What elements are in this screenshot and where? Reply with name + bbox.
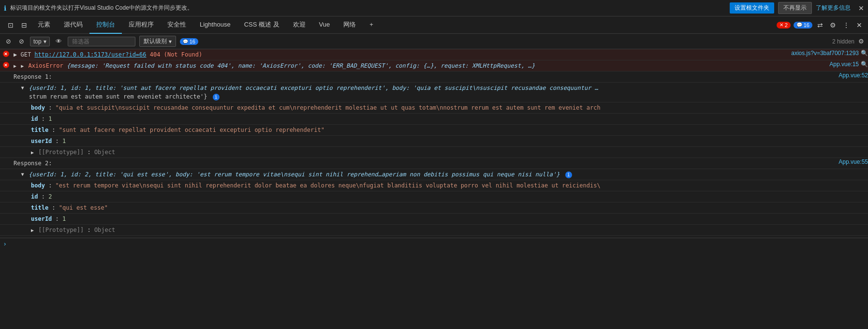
- error-icon-area-2: ✕: [0, 61, 12, 68]
- response1-userid-key: userId: [31, 138, 52, 144]
- close-info-icon[interactable]: ✕: [858, 4, 864, 12]
- response1-body-colon: :: [48, 104, 55, 111]
- inline-msg-badge[interactable]: 💬 16: [180, 38, 198, 45]
- filter-input[interactable]: [68, 37, 135, 46]
- response1-source[interactable]: App.vue:52: [839, 72, 868, 79]
- clear-console-icon[interactable]: ⊘: [4, 37, 13, 46]
- response1-proto-colon: :: [87, 149, 94, 156]
- response1-title-content: title : "sunt aut facere repellat provid…: [12, 125, 868, 135]
- response2-proto-key: [[Prototype]]: [38, 227, 84, 233]
- error-count: 2: [785, 22, 788, 28]
- response2-proto-colon: :: [87, 227, 94, 233]
- tab-lighthouse[interactable]: Lighthouse: [193, 16, 237, 34]
- response2-field-body: body : "est rerum tempore vitae\nsequi s…: [0, 180, 868, 191]
- info-badge-2[interactable]: i: [565, 172, 572, 178]
- devtools-icon-2[interactable]: ⊟: [17, 18, 31, 32]
- response1-id-colon: :: [42, 115, 48, 122]
- expand-response1-icon[interactable]: ▶: [19, 86, 27, 89]
- error-url[interactable]: http://127.0.0.1:5173/user?id=66: [34, 51, 146, 58]
- no-show-button[interactable]: 不再显示: [778, 2, 812, 14]
- response2-userid-key: userId: [31, 215, 52, 222]
- expand-axios-icon[interactable]: ▶: [14, 63, 16, 69]
- tab-css-overview[interactable]: CSS 概述 及: [237, 16, 286, 34]
- log-source-axios[interactable]: axios.js?v=3baf7007:1293: [791, 50, 859, 57]
- info-text: 标识项目的根文件夹以打开Visual Studio Code中的源文件并同步更改…: [10, 4, 726, 12]
- tab-add[interactable]: +: [363, 16, 380, 34]
- tab-welcome[interactable]: 欢迎: [286, 16, 312, 34]
- response1-title-colon: :: [52, 127, 59, 133]
- tab-console[interactable]: 控制台: [89, 16, 122, 34]
- console-toolbar: ⊘ ⊘ top ▾ 👁 默认级别 ▾ 💬 16 2 hidden ⚙: [0, 34, 868, 49]
- error-badge[interactable]: ✕ 2: [777, 22, 791, 29]
- response2-field-title: title : "qui est esse": [0, 202, 868, 214]
- learn-more-link[interactable]: 了解更多信息: [816, 4, 851, 12]
- eye-icon[interactable]: 👁: [54, 37, 64, 46]
- response1-field-body: body : "quia et suscipit\nsuscipit recus…: [0, 102, 868, 114]
- filter-icon[interactable]: ⊘: [17, 37, 26, 46]
- tab-network[interactable]: 网络: [337, 16, 363, 34]
- response2-source[interactable]: App.vue:55: [839, 158, 868, 165]
- response2-body-key: body: [31, 182, 45, 189]
- response1-userid-colon: :: [56, 138, 62, 144]
- more-icon[interactable]: ⋮: [841, 19, 852, 31]
- hidden-count: 2 hidden: [832, 38, 854, 45]
- response2-title-content: title : "qui est esse": [12, 203, 868, 213]
- response1-preview-content: ▶ {userId: 1, id: 1, title: 'sunt aut fa…: [12, 83, 868, 101]
- msg-count-badge: 16: [804, 22, 809, 28]
- response1-field-id: id : 1: [0, 114, 868, 125]
- log-row-response1-label: Response 1: App.vue:52: [0, 72, 868, 83]
- inline-msg-count: 16: [190, 39, 195, 44]
- console-settings-icon[interactable]: ⚙: [858, 38, 864, 45]
- response1-proto-value: Object: [94, 149, 115, 156]
- log-row-response1-preview: ▶ {userId: 1, id: 1, title: 'sunt aut fa…: [0, 83, 868, 102]
- response2-id-key: id: [31, 193, 38, 200]
- devtools-icon-1[interactable]: ⊡: [4, 18, 17, 32]
- msg-badge[interactable]: 💬 16: [794, 22, 812, 29]
- response1-userid-value: 1: [62, 138, 66, 144]
- tab-elements[interactable]: 元素: [31, 16, 57, 34]
- log-search-icon-1[interactable]: 🔍: [861, 50, 868, 57]
- response1-body-value: "quia et suscipit\nsuscipit recusandae c…: [56, 104, 601, 111]
- log-search-icon-2[interactable]: 🔍: [861, 61, 868, 68]
- log-row-axios-error: ✕ ▶ ▶ AxiosError {message: 'Request fail…: [0, 60, 868, 72]
- console-content: ✕ ▶ GET http://127.0.0.1:5173/user?id=66…: [0, 49, 868, 312]
- expand-proto1-icon[interactable]: ▶: [31, 150, 34, 155]
- level-selector[interactable]: 默认级别 ▾: [139, 36, 176, 47]
- context-selector[interactable]: top ▾: [30, 37, 50, 46]
- tab-source[interactable]: 源代码: [57, 16, 89, 34]
- error-circle-icon: ✕: [3, 51, 9, 57]
- response1-field-prototype: ▶ [[Prototype]] : Object: [0, 147, 868, 158]
- tab-application[interactable]: 应用程序: [122, 16, 161, 34]
- close-devtools-icon[interactable]: ✕: [854, 19, 864, 31]
- settings-icon[interactable]: ⚙: [828, 19, 838, 31]
- response2-body-value: "est rerum tempore vitae\nsequi sint nih…: [56, 182, 601, 189]
- response1-preview-text: {userId: 1, id: 1, title: 'sunt aut face…: [29, 85, 598, 91]
- info-badge-1[interactable]: i: [213, 94, 220, 100]
- tab-vue[interactable]: Vue: [312, 16, 337, 34]
- response2-title-value: "qui est esse": [59, 204, 108, 211]
- response1-body-key: body: [31, 104, 45, 111]
- response2-proto-content: ▶ [[Prototype]] : Object: [12, 225, 868, 235]
- response2-field-id: id : 2: [0, 191, 868, 202]
- context-label: top: [33, 38, 42, 45]
- context-dropdown-icon: ▾: [44, 38, 46, 45]
- response2-field-userId: userId : 1: [0, 214, 868, 225]
- tab-security[interactable]: 安全性: [161, 16, 193, 34]
- response2-body-content: body : "est rerum tempore vitae\nsequi s…: [12, 181, 868, 190]
- log-row-response2-preview: ▶ {userId: 1, id: 2, title: 'qui est ess…: [0, 169, 868, 180]
- response2-body-colon: :: [48, 182, 55, 189]
- level-dropdown-icon: ▾: [169, 38, 172, 45]
- set-root-button[interactable]: 设置根文件夹: [730, 2, 774, 14]
- dock-icon[interactable]: ⇄: [815, 19, 825, 31]
- log-source-appvue15[interactable]: App.vue:15: [829, 61, 859, 68]
- response1-title-key: title: [31, 127, 48, 133]
- response1-label: Response 1:: [14, 73, 52, 80]
- get-method: ▶ GET: [14, 51, 34, 58]
- response1-id-key: id: [31, 115, 38, 122]
- error-status: 404 (Not Found): [150, 51, 202, 58]
- log-row-get-error: ✕ ▶ GET http://127.0.0.1:5173/user?id=66…: [0, 49, 868, 60]
- expand-proto2-icon[interactable]: ▶: [31, 228, 34, 233]
- expand-axios-icon2[interactable]: ▶: [21, 63, 24, 69]
- response2-title-key: title: [31, 204, 48, 211]
- expand-response2-icon[interactable]: ▶: [19, 173, 27, 176]
